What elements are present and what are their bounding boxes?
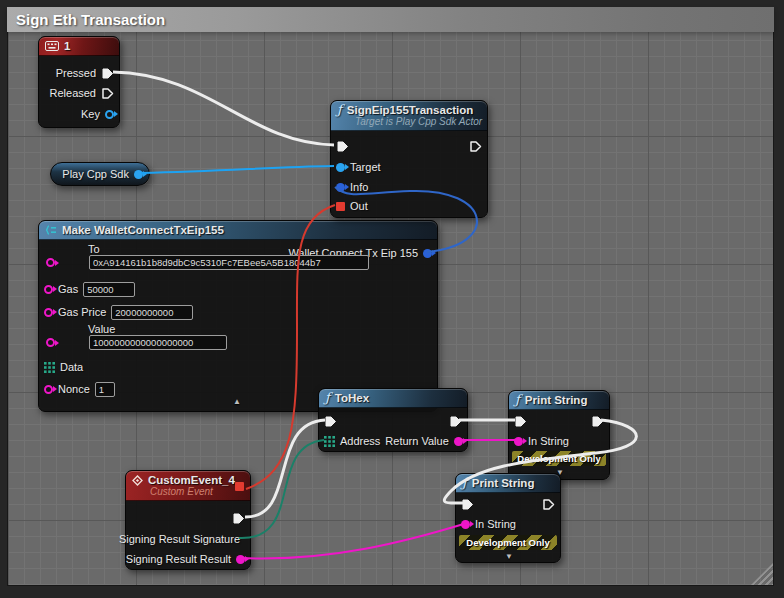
- pin-label-info: Info: [350, 181, 368, 193]
- development-only-banner: Development Only: [512, 451, 606, 466]
- exec-pin-pressed[interactable]: [101, 67, 114, 80]
- delegate-output-pin[interactable]: [235, 482, 244, 491]
- function-icon: ƒ: [325, 393, 330, 403]
- pin-label-data: Data: [60, 361, 83, 373]
- nonce-pin[interactable]: [44, 385, 53, 394]
- node-key-event-header[interactable]: 1: [39, 37, 119, 56]
- pin-label-address: Address: [340, 435, 380, 447]
- value-value-field[interactable]: [89, 335, 227, 350]
- node-print-string-1[interactable]: ƒ Print String In String Development Onl…: [508, 390, 610, 480]
- blueprint-editor-frame: Sign Eth Transaction 1 Pressed Released …: [0, 0, 784, 598]
- pin-label-released: Released: [50, 87, 96, 99]
- exec-in-pin[interactable]: [514, 415, 527, 428]
- node-print-string-1-header[interactable]: ƒ Print String: [509, 391, 609, 410]
- wallet-connect-tx-output-pin[interactable]: [423, 249, 432, 258]
- exec-out-pin[interactable]: [542, 498, 555, 511]
- exec-in-pin[interactable]: [461, 498, 474, 511]
- function-icon: ƒ: [337, 105, 342, 115]
- graph-title: Sign Eth Transaction: [16, 11, 165, 28]
- collapse-arrow-down[interactable]: ▼: [505, 552, 513, 561]
- node-subtitle: Target is Play Cpp Sdk Actor: [355, 116, 480, 127]
- exec-out-pin[interactable]: [591, 415, 604, 428]
- collapse-arrow-up[interactable]: ▲: [233, 397, 241, 406]
- exec-pin-released[interactable]: [101, 87, 114, 100]
- out-delegate-pin[interactable]: [336, 202, 345, 211]
- pin-label-in-string: In String: [528, 435, 569, 447]
- node-custom-event-4[interactable]: CustomEvent_4 Custom Event Signing Resul…: [125, 470, 251, 570]
- node-sign-header[interactable]: ƒ SignEip155Transaction Target is Play C…: [331, 101, 487, 131]
- node-print-string-2[interactable]: ƒ Print String In String Development Onl…: [455, 473, 561, 563]
- node-custom-event-header[interactable]: CustomEvent_4 Custom Event: [126, 471, 250, 501]
- pin-label-gas: Gas: [58, 283, 78, 295]
- info-pin[interactable]: [336, 183, 345, 192]
- node-key-event-1[interactable]: 1 Pressed Released Key: [38, 36, 120, 128]
- node-title: 1: [64, 40, 70, 52]
- node-title: Print String: [525, 394, 588, 406]
- node-make-walletconnect-tx[interactable]: Make WalletConnectTxEip155 Wallet Connec…: [38, 220, 438, 412]
- key-pin[interactable]: [105, 110, 114, 119]
- in-string-pin[interactable]: [461, 520, 470, 529]
- node-subtitle: Custom Event: [150, 486, 243, 497]
- play-cpp-sdk-output-pin[interactable]: [134, 170, 143, 179]
- result-pin[interactable]: [236, 555, 245, 564]
- to-pin[interactable]: [46, 258, 55, 267]
- to-value-field[interactable]: [89, 255, 369, 270]
- value-pin[interactable]: [46, 338, 55, 347]
- in-string-pin[interactable]: [514, 437, 523, 446]
- address-array-pin[interactable]: [324, 436, 335, 447]
- pin-label-signing-result-result: Signing Result Result: [126, 553, 231, 565]
- banner-text: Development Only: [466, 537, 549, 548]
- gas-value-field[interactable]: [83, 282, 135, 297]
- return-value-pin[interactable]: [454, 437, 463, 446]
- node-tohex[interactable]: ƒ ToHex Address Return Value: [318, 388, 468, 452]
- graph-title-bar: Sign Eth Transaction: [7, 7, 774, 32]
- node-title: SignEip155Transaction: [347, 104, 474, 116]
- pin-label-in-string: In String: [475, 518, 516, 530]
- node-title: ToHex: [335, 392, 369, 404]
- make-struct-icon: [45, 225, 57, 235]
- banner-text: Development Only: [517, 453, 600, 464]
- pin-label-gas-price: Gas Price: [58, 306, 106, 318]
- gas-price-value-field[interactable]: [111, 305, 193, 320]
- function-icon: ƒ: [462, 478, 467, 488]
- node-tohex-header[interactable]: ƒ ToHex: [319, 389, 467, 408]
- custom-event-icon: [132, 475, 143, 486]
- gas-price-pin[interactable]: [44, 308, 53, 317]
- nonce-value-field[interactable]: [95, 382, 115, 397]
- pin-label-pressed: Pressed: [56, 67, 96, 79]
- node-print-string-2-header[interactable]: ƒ Print String: [456, 474, 560, 493]
- node-make-header[interactable]: Make WalletConnectTxEip155: [39, 221, 437, 240]
- data-array-pin[interactable]: [44, 362, 55, 373]
- development-only-banner: Development Only: [459, 535, 557, 550]
- node-sign-eip155-transaction[interactable]: ƒ SignEip155Transaction Target is Play C…: [330, 100, 488, 218]
- pin-label-signing-result-signature: Signing Result Signature: [119, 533, 240, 545]
- pin-label-out: Out: [350, 200, 368, 212]
- pin-label-nonce: Nonce: [58, 383, 90, 395]
- pin-label-key: Key: [81, 108, 100, 120]
- exec-out-pin[interactable]: [232, 512, 245, 525]
- keyboard-icon: [45, 41, 59, 51]
- exec-in-pin[interactable]: [336, 140, 349, 153]
- function-icon: ƒ: [515, 395, 520, 405]
- gas-pin[interactable]: [44, 285, 53, 294]
- pin-label-return-value: Return Value: [385, 435, 448, 447]
- pin-label-target: Target: [350, 161, 381, 173]
- pin-label-value: Value: [88, 323, 115, 335]
- node-title: Print String: [472, 477, 535, 489]
- exec-out-pin[interactable]: [449, 415, 462, 428]
- node-play-cpp-sdk-getter[interactable]: Play Cpp Sdk: [50, 162, 150, 186]
- node-title: Make WalletConnectTxEip155: [62, 224, 224, 236]
- node-title: CustomEvent_4: [148, 474, 235, 486]
- exec-in-pin[interactable]: [324, 415, 337, 428]
- pin-label-to: To: [88, 243, 100, 255]
- variable-label: Play Cpp Sdk: [62, 168, 129, 180]
- exec-out-pin[interactable]: [469, 140, 482, 153]
- target-pin[interactable]: [336, 163, 345, 172]
